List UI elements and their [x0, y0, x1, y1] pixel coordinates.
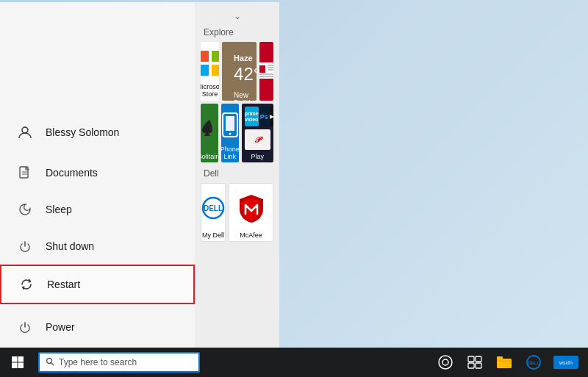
mcafee-tile[interactable]: McAfee — [229, 183, 273, 242]
news-icon — [259, 58, 273, 85]
file-explorer-button[interactable] — [491, 349, 517, 376]
svg-rect-7 — [212, 65, 220, 76]
ps-box: Ps — [260, 107, 268, 126]
svg-rect-5 — [212, 51, 220, 62]
news-tile[interactable] — [259, 42, 273, 101]
svg-rect-16 — [226, 116, 234, 131]
power-icon — [15, 317, 35, 337]
shutdown-item[interactable]: Shut down — [0, 228, 195, 265]
svg-rect-28 — [468, 356, 474, 362]
documents-label: Documents — [46, 167, 98, 179]
svg-rect-29 — [476, 356, 481, 362]
search-placeholder-text: Type here to search — [59, 357, 137, 367]
taskbar-system-icons: DELL wsxfn — [432, 349, 588, 376]
power-label: Power — [46, 321, 75, 333]
haze-temp-main: 42° — [234, 64, 257, 85]
task-view-icon — [467, 356, 482, 369]
poshmark-box: 𝒫 — [245, 129, 270, 150]
sleep-label: Sleep — [46, 204, 72, 215]
tiles-row-3: DELL My Dell — [201, 183, 273, 242]
svg-point-0 — [22, 127, 28, 133]
ms-store-icon — [201, 49, 219, 77]
user-icon — [15, 122, 35, 143]
cortana-button[interactable] — [432, 349, 459, 376]
svg-rect-6 — [201, 65, 209, 76]
taskbar-search-bar[interactable]: Type here to search — [38, 352, 200, 373]
dell-icon: DELL — [201, 195, 226, 221]
shutdown-icon — [15, 236, 35, 256]
power-item[interactable]: Power — [0, 309, 195, 348]
svg-text:DELL: DELL — [528, 361, 539, 365]
svg-text:wsxfn: wsxfn — [559, 360, 573, 365]
chevron-area: ⌄ — [201, 10, 273, 24]
mcafee-label: McAfee — [229, 231, 273, 241]
svg-text:DELL: DELL — [204, 204, 223, 212]
start-menu: Blessy Solomon Documents — [0, 2, 279, 348]
documents-icon — [15, 162, 35, 183]
start-menu-right: ⌄ Explore Micr — [195, 2, 279, 348]
phone-link-icon — [221, 112, 239, 138]
svg-rect-4 — [201, 51, 209, 62]
user-section[interactable]: Blessy Solomon — [0, 110, 195, 154]
taskbar-dell-icon: DELL — [526, 354, 542, 370]
phone-link-label: Phone Link — [221, 146, 239, 162]
svg-rect-23 — [18, 363, 24, 369]
tiles-row-2: Solitaire Phone Link — [201, 104, 273, 162]
dell-label: Dell — [201, 165, 273, 183]
restart-item[interactable]: Restart — [0, 265, 195, 304]
my-dell-tile[interactable]: DELL My Dell — [201, 183, 226, 242]
svg-rect-9 — [259, 65, 266, 73]
taskbar-search-icon — [46, 357, 54, 368]
ms-store-label: Microsoft Store — [201, 82, 219, 98]
sleep-icon — [15, 199, 35, 220]
tiles-row-1: Microsoft Store Haze 42° 42° 28° Ne — [201, 42, 273, 101]
prime-box: primevideo — [245, 107, 259, 126]
svg-rect-33 — [497, 356, 503, 360]
start-menu-left: Blessy Solomon Documents — [0, 2, 195, 348]
svg-point-17 — [229, 132, 231, 134]
mcafee-icon — [235, 192, 268, 224]
solitaire-icon — [201, 115, 218, 142]
svg-point-26 — [439, 356, 452, 369]
svg-point-24 — [47, 358, 52, 363]
haze-tile[interactable]: Haze 42° 42° 28° New Delhi — [222, 42, 257, 101]
cortana-icon — [437, 354, 453, 370]
ms-store-tile[interactable]: Microsoft Store — [201, 42, 219, 101]
file-explorer-icon — [496, 356, 512, 369]
phone-link-tile[interactable]: Phone Link — [221, 104, 239, 162]
restart-icon — [16, 274, 37, 295]
wsxfn-icon: wsxfn — [553, 354, 579, 370]
start-button[interactable] — [0, 348, 35, 377]
svg-rect-21 — [18, 356, 24, 362]
solitaire-tile[interactable]: Solitaire — [201, 104, 218, 162]
haze-title: Haze — [234, 54, 245, 62]
taskbar-dell-button[interactable]: DELL — [520, 349, 547, 376]
documents-item[interactable]: Documents — [0, 154, 195, 191]
wsxfn-button[interactable]: wsxfn — [550, 349, 582, 376]
explore-label: Explore — [201, 24, 273, 42]
haze-location: New Delhi — [234, 91, 245, 101]
play-label: Play — [242, 153, 273, 162]
svg-line-25 — [51, 363, 54, 365]
my-dell-label: My Dell — [202, 231, 224, 241]
svg-rect-30 — [468, 363, 474, 368]
svg-point-27 — [442, 359, 448, 365]
solitaire-label: Solitaire — [201, 153, 218, 162]
shutdown-label: Shut down — [46, 240, 94, 252]
desktop: Blessy Solomon Documents — [0, 0, 588, 377]
taskbar: Type here to search — [0, 348, 588, 377]
task-view-button[interactable] — [462, 349, 488, 376]
user-name: Blessy Solomon — [46, 126, 119, 138]
sleep-item[interactable]: Sleep — [0, 191, 195, 228]
windows-logo-icon — [11, 356, 24, 369]
svg-rect-22 — [12, 363, 18, 369]
restart-label: Restart — [47, 279, 80, 290]
svg-rect-20 — [12, 356, 18, 362]
svg-rect-31 — [476, 363, 481, 368]
play-tile[interactable]: primevideo Ps ▶▶ — [242, 104, 273, 162]
beat-box: ▶▶ — [270, 107, 273, 126]
